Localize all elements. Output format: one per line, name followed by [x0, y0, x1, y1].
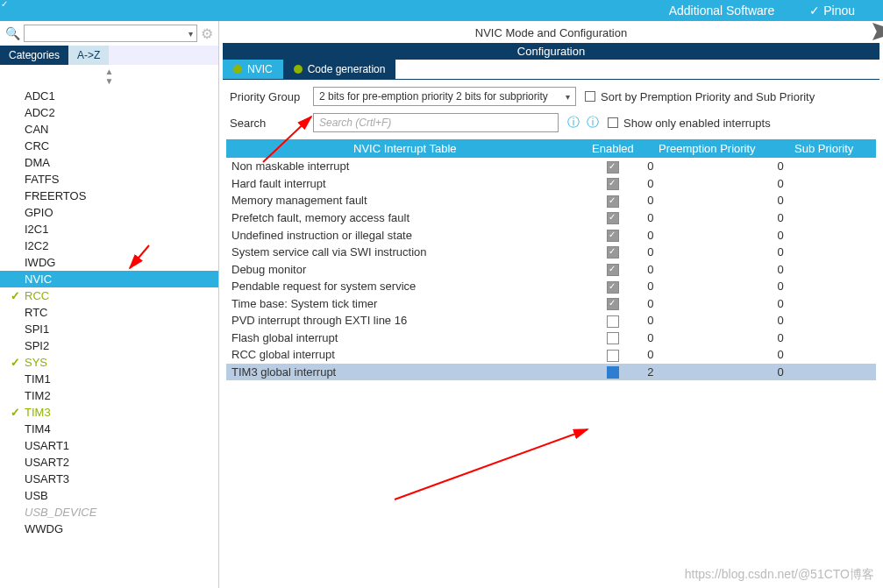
sidebar-item-iwdg[interactable]: IWDG — [0, 254, 218, 271]
cell-sub[interactable]: 0 — [772, 364, 876, 381]
sidebar-combo[interactable]: ▾ — [24, 25, 197, 42]
table-row[interactable]: Prefetch fault, memory access fault00 — [226, 209, 876, 227]
cell-sub[interactable]: 0 — [772, 158, 876, 175]
sort-indicator-icon[interactable]: ▲▼ — [0, 65, 218, 88]
subtab-codegen[interactable]: Code generation — [283, 60, 396, 79]
table-row[interactable]: Pendable request for system service00 — [226, 278, 876, 295]
cell-preempt[interactable]: 0 — [642, 260, 772, 278]
col-enabled[interactable]: Enabled — [584, 139, 643, 158]
cell-sub[interactable]: 0 — [772, 329, 876, 347]
table-row[interactable]: RCC global interrupt00 — [226, 346, 876, 364]
show-enabled-checkbox[interactable]: Show only enabled interrupts — [608, 117, 771, 130]
table-row[interactable]: PVD interrupt through EXTI line 1600 — [226, 312, 876, 329]
cell-preempt[interactable]: 0 — [642, 329, 772, 347]
subtab-nvic[interactable]: NVIC — [223, 60, 283, 79]
pinout-tab[interactable]: ✓ Pinou — [792, 2, 872, 19]
cell-sub[interactable]: 0 — [772, 278, 876, 295]
table-row[interactable]: System service call via SWI instruction0… — [226, 244, 876, 261]
cell-sub[interactable]: 0 — [772, 244, 876, 261]
enabled-checkbox[interactable] — [607, 350, 619, 362]
table-row[interactable]: Hard fault interrupt00 — [226, 175, 876, 193]
sidebar-item-wwdg[interactable]: WWDG — [0, 521, 218, 537]
sidebar-item-tim4[interactable]: TIM4 — [0, 421, 218, 437]
sidebar-item-usart3[interactable]: USART3 — [0, 471, 218, 487]
sidebar-item-adc1[interactable]: ADC1 — [0, 88, 218, 104]
cell-sub[interactable]: 0 — [772, 312, 876, 329]
sidebar-item-tim2[interactable]: TIM2 — [0, 387, 218, 404]
sidebar-item-rcc[interactable]: RCC — [0, 287, 218, 304]
enabled-checkbox[interactable] — [607, 195, 619, 208]
sidebar-item-nvic[interactable]: NVIC — [0, 271, 218, 287]
tab-az[interactable]: A->Z — [68, 46, 109, 65]
enabled-checkbox[interactable] — [607, 264, 619, 276]
cell-preempt[interactable]: 0 — [642, 209, 772, 227]
table-row[interactable]: Debug monitor00 — [226, 260, 876, 278]
sidebar-item-usb[interactable]: USB — [0, 487, 218, 504]
enabled-checkbox[interactable] — [607, 366, 619, 379]
col-sub[interactable]: Sub Priority — [772, 139, 876, 158]
sidebar-item-can[interactable]: CAN — [0, 121, 218, 138]
sidebar-item-sys[interactable]: SYS — [0, 354, 218, 371]
cell-preempt[interactable]: 0 — [642, 295, 772, 313]
gear-icon[interactable]: ⚙ — [201, 25, 213, 42]
cell-preempt[interactable]: 0 — [642, 158, 772, 175]
priority-group-dropdown[interactable]: 2 bits for pre-emption priority 2 bits f… — [313, 87, 576, 106]
enabled-checkbox[interactable] — [607, 230, 619, 242]
cell-preempt[interactable]: 0 — [642, 192, 772, 209]
cell-preempt[interactable]: 0 — [642, 312, 772, 329]
enabled-checkbox[interactable] — [607, 281, 619, 294]
cell-preempt[interactable]: 2 — [642, 364, 772, 381]
table-row[interactable]: Undefined instruction or illegal state00 — [226, 226, 876, 244]
sidebar-item-usart2[interactable]: USART2 — [0, 454, 218, 471]
cell-sub[interactable]: 0 — [772, 260, 876, 278]
cell-sub[interactable]: 0 — [772, 346, 876, 364]
cell-sub[interactable]: 0 — [772, 175, 876, 193]
sidebar-item-tim1[interactable]: TIM1 — [0, 371, 218, 387]
sidebar-item-rtc[interactable]: RTC — [0, 304, 218, 321]
table-row[interactable]: Time base: System tick timer00 — [226, 295, 876, 313]
sort-by-priority-checkbox[interactable]: Sort by Premption Priority and Sub Prior… — [585, 90, 815, 103]
enabled-checkbox[interactable] — [607, 332, 619, 344]
cell-sub[interactable]: 0 — [772, 192, 876, 209]
sidebar-item-i2c1[interactable]: I2C1 — [0, 221, 218, 237]
enabled-checkbox[interactable] — [607, 298, 619, 310]
sidebar-item-freertos[interactable]: FREERTOS — [0, 188, 218, 204]
sidebar-item-i2c2[interactable]: I2C2 — [0, 237, 218, 254]
enabled-checkbox[interactable] — [607, 212, 619, 224]
sidebar-item-adc2[interactable]: ADC2 — [0, 104, 218, 121]
sidebar-item-spi2[interactable]: SPI2 — [0, 337, 218, 354]
cell-preempt[interactable]: 0 — [642, 346, 772, 364]
sidebar-item-gpio[interactable]: GPIO — [0, 204, 218, 221]
sidebar-item-fatfs[interactable]: FATFS — [0, 171, 218, 188]
search-prev-icon[interactable]: ⓘ — [567, 115, 580, 131]
col-name[interactable]: NVIC Interrupt Table — [226, 139, 584, 158]
search-input[interactable]: Search (Crtl+F) — [313, 113, 559, 132]
additional-software-tab[interactable]: Additional Software — [652, 2, 793, 19]
cell-sub[interactable]: 0 — [772, 295, 876, 313]
enabled-checkbox[interactable] — [607, 161, 619, 174]
cell-sub[interactable]: 0 — [772, 226, 876, 244]
sidebar-item-usart1[interactable]: USART1 — [0, 437, 218, 454]
sidebar-item-dma[interactable]: DMA — [0, 154, 218, 171]
table-row[interactable]: TIM3 global interrupt20 — [226, 364, 876, 381]
search-icon[interactable]: 🔍 — [5, 26, 20, 40]
cell-preempt[interactable]: 0 — [642, 244, 772, 261]
col-preempt[interactable]: Preemption Priority — [642, 139, 772, 158]
cell-preempt[interactable]: 0 — [642, 175, 772, 193]
enabled-checkbox[interactable] — [607, 178, 619, 190]
sidebar-item-spi1[interactable]: SPI1 — [0, 321, 218, 337]
enabled-checkbox[interactable] — [607, 246, 619, 259]
table-row[interactable]: Memory management fault00 — [226, 192, 876, 209]
cell-name: RCC global interrupt — [226, 346, 584, 364]
search-next-icon[interactable]: ⓘ — [587, 115, 599, 131]
sidebar-item-crc[interactable]: CRC — [0, 138, 218, 154]
enabled-checkbox[interactable] — [607, 315, 619, 328]
cell-preempt[interactable]: 0 — [642, 226, 772, 244]
sidebar-item-tim3[interactable]: TIM3 — [0, 404, 218, 421]
table-row[interactable]: Flash global interrupt00 — [226, 329, 876, 347]
tab-categories[interactable]: Categories — [0, 46, 68, 65]
cell-sub[interactable]: 0 — [772, 209, 876, 227]
sidebar-item-usb_device[interactable]: USB_DEVICE — [0, 504, 218, 521]
table-row[interactable]: Non maskable interrupt00 — [226, 158, 876, 175]
cell-preempt[interactable]: 0 — [642, 278, 772, 295]
